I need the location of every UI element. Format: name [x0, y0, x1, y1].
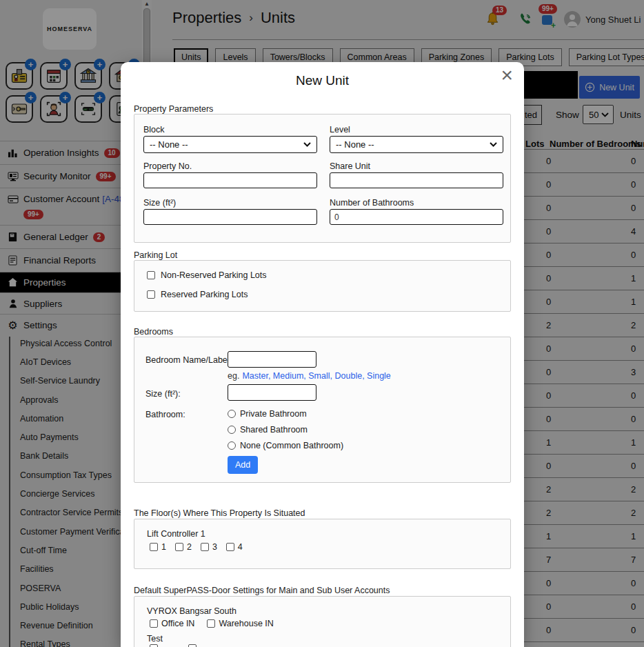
door-option[interactable]: Office IN — [150, 619, 194, 628]
new-unit-modal: New Unit × Property Parameters Block Lev… — [121, 62, 524, 647]
property-no-input[interactable] — [143, 172, 317, 188]
property-no-label: Property No. — [143, 161, 192, 171]
add-bedroom-button[interactable]: Add — [228, 456, 258, 474]
floor-checkbox-row: 1 2 3 4 — [150, 542, 252, 552]
superpass-group2-name: Test — [147, 634, 163, 644]
radio-icon[interactable] — [228, 441, 236, 450]
bedrooms-box: Bedroom Name/Label: eg. MasterMediumSmal… — [134, 337, 511, 483]
superpass-group1-name: VYROX Bangsar South — [147, 606, 237, 616]
parking-lot-box: Non-Reserved Parking Lots Reserved Parki… — [134, 260, 511, 312]
bedroom-name-input[interactable] — [228, 351, 316, 368]
chevron-down-icon — [490, 142, 497, 147]
bathroom-option-label: Private Bathroom — [240, 409, 307, 419]
bathroom-radio-row[interactable]: Private Bathroom — [228, 409, 343, 419]
parking-option-row[interactable]: Reserved Parking Lots — [147, 290, 510, 299]
superpass-group1-options: Office IN Warehouse IN — [150, 619, 274, 628]
property-parameters-box: Block Level -- None -- -- None -- Proper… — [134, 114, 511, 243]
section-label-floors: The Floor(s) Where This Property Is Situ… — [134, 508, 305, 518]
example-links: MasterMediumSmallDoubleSingle — [242, 371, 390, 381]
door-option[interactable]: Warehouse IN — [207, 619, 273, 628]
example-link[interactable]: Double — [335, 371, 368, 381]
bathroom-radio-group: Private Bathroom Shared Bathroom None (C… — [228, 409, 343, 457]
parking-option-row[interactable]: Non-Reserved Parking Lots — [147, 270, 510, 280]
radio-icon[interactable] — [228, 426, 236, 434]
floor-option[interactable]: 4 — [226, 542, 243, 552]
bathroom-label: Bathroom: — [145, 410, 185, 419]
checkbox-icon[interactable] — [150, 619, 158, 628]
size-input[interactable] — [143, 209, 317, 225]
examples-prefix: eg. — [228, 371, 239, 381]
section-label-property-parameters: Property Parameters — [134, 104, 213, 114]
level-select-value: -- None -- — [336, 139, 374, 150]
bedroom-size-input[interactable] — [228, 384, 316, 401]
share-unit-input[interactable] — [330, 172, 503, 188]
bathroom-option-label: None (Common Bathroom) — [240, 441, 343, 450]
bedroom-size-label: Size (ft²): — [145, 389, 181, 399]
door-option-label: Warehouse IN — [219, 619, 273, 628]
example-link[interactable]: Single — [367, 371, 391, 381]
block-label: Block — [143, 125, 165, 135]
app-window: HOMESERVA + + + + + + ABC 123 + — [0, 0, 644, 647]
example-link[interactable]: Small — [308, 371, 334, 381]
checkbox-icon[interactable] — [188, 644, 197, 647]
floor-option-label: 2 — [187, 542, 192, 552]
level-select[interactable]: -- None -- — [330, 136, 503, 153]
block-select-value: -- None -- — [150, 139, 188, 150]
floor-option-label: 3 — [212, 542, 217, 552]
checkbox-icon[interactable] — [147, 290, 155, 299]
level-label: Level — [330, 125, 350, 135]
block-select[interactable]: -- None -- — [143, 136, 317, 153]
door-option-label: Office IN — [161, 619, 194, 628]
parking-option-label: Non-Reserved Parking Lots — [161, 270, 267, 280]
example-link[interactable]: Master — [242, 371, 272, 381]
floor-option[interactable]: 2 — [175, 542, 192, 552]
lift-controller-label: Lift Controller 1 — [147, 529, 205, 539]
bathroom-radio-row[interactable]: Shared Bathroom — [228, 425, 343, 435]
number-of-bathrooms-input[interactable] — [330, 209, 503, 225]
parking-option-label: Reserved Parking Lots — [161, 290, 248, 299]
floor-option[interactable]: 1 — [150, 542, 166, 552]
close-icon[interactable]: × — [501, 65, 513, 86]
checkbox-icon[interactable] — [150, 644, 158, 647]
floor-option[interactable]: 3 — [201, 542, 217, 552]
bedroom-name-label: Bedroom Name/Label: — [145, 355, 232, 365]
bathroom-radio-row[interactable]: None (Common Bathroom) — [228, 441, 343, 450]
share-unit-label: Share Unit — [330, 161, 370, 171]
checkbox-icon[interactable] — [150, 543, 158, 551]
section-label-bedrooms: Bedrooms — [134, 327, 173, 337]
section-label-parking-lot: Parking Lot — [134, 250, 177, 260]
floors-box: Lift Controller 1 1 2 3 — [134, 519, 511, 569]
checkbox-icon[interactable] — [201, 543, 209, 551]
size-label: Size (ft²) — [143, 198, 176, 208]
chevron-down-icon — [303, 142, 311, 147]
section-label-superpass: Default SuperPASS-Door Settings for Main… — [134, 586, 390, 595]
bedroom-name-examples: eg. MasterMediumSmallDoubleSingle — [228, 371, 391, 381]
floor-option-label: 4 — [238, 542, 243, 552]
modal-title: New Unit — [121, 73, 524, 88]
checkbox-icon[interactable] — [207, 619, 215, 628]
radio-icon[interactable] — [228, 410, 236, 418]
superpass-box: VYROX Bangsar South Office IN Warehouse … — [134, 596, 511, 647]
checkbox-icon[interactable] — [175, 543, 183, 551]
example-link[interactable]: Medium — [273, 371, 308, 381]
floor-option-label: 1 — [161, 542, 166, 552]
checkbox-icon[interactable] — [147, 271, 155, 279]
checkbox-icon[interactable] — [226, 543, 234, 551]
number-of-bathrooms-label: Number of Bathrooms — [330, 198, 414, 208]
bathroom-option-label: Shared Bathroom — [240, 425, 308, 435]
